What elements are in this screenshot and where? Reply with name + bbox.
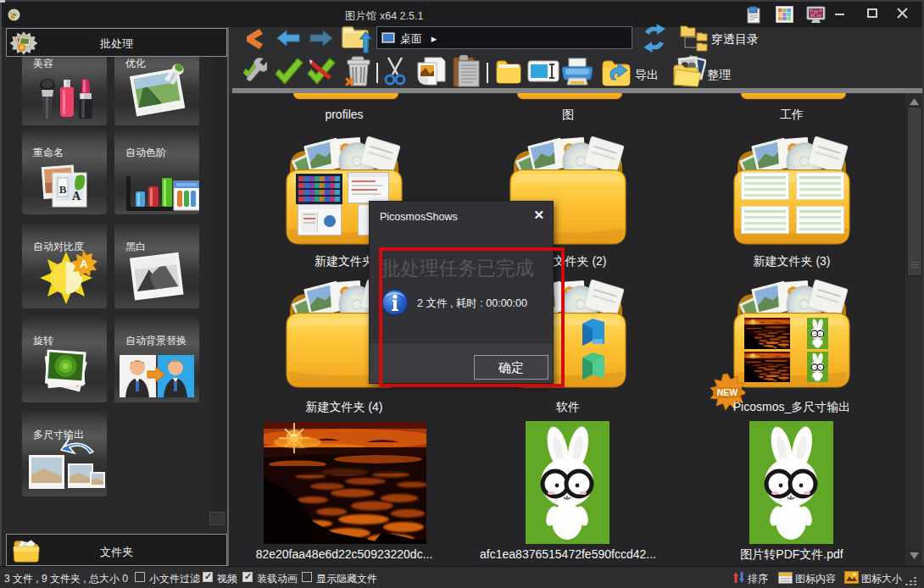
svg-text:A: A xyxy=(72,190,81,202)
svg-text:NEW: NEW xyxy=(717,387,738,397)
svg-text:A: A xyxy=(80,258,88,270)
svg-text:B: B xyxy=(59,183,67,196)
